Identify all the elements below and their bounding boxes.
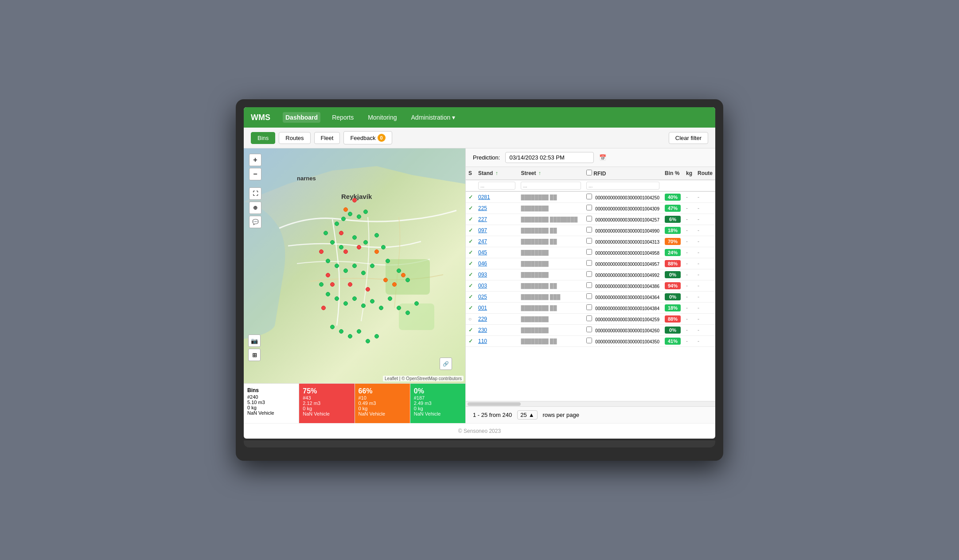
bin-dot[interactable]: [366, 339, 370, 343]
bin-dot[interactable]: [335, 222, 339, 226]
stand-link[interactable]: 229: [478, 316, 487, 322]
bin-dot[interactable]: [339, 329, 343, 334]
bin-dot[interactable]: [397, 268, 401, 273]
map-link-button[interactable]: 🔗: [440, 358, 452, 370]
rfid-checkbox[interactable]: [586, 327, 592, 332]
zoom-out-button[interactable]: −: [249, 168, 261, 180]
stand-link[interactable]: 225: [478, 205, 487, 211]
filter-stand[interactable]: [476, 180, 518, 191]
stand-link[interactable]: 046: [478, 261, 487, 267]
bin-dot[interactable]: [357, 329, 361, 334]
locate-button[interactable]: ⊕: [249, 202, 261, 214]
rfid-checkbox[interactable]: [586, 315, 592, 321]
cell-rfid[interactable]: 00000000000003000001004260: [584, 325, 662, 336]
bin-dot[interactable]: [339, 231, 343, 235]
map-container[interactable]: + − ⛶ ⊕ 💬 narnes Reykjavík: [244, 148, 465, 383]
col-stand[interactable]: Stand ↑: [476, 167, 518, 180]
cell-rfid[interactable]: 00000000000003000001004992: [584, 269, 662, 280]
rfid-checkbox[interactable]: [586, 304, 592, 310]
bin-dot[interactable]: [348, 334, 352, 338]
stand-link[interactable]: 110: [478, 338, 487, 344]
cell-rfid[interactable]: 00000000000003000001004958: [584, 247, 662, 258]
table-row[interactable]: ✓ 046 ████████ 0000000000000300000100495…: [466, 258, 715, 269]
bin-dot[interactable]: [357, 214, 361, 219]
cell-rfid[interactable]: 00000000000003000001004250: [584, 191, 662, 203]
rfid-checkbox[interactable]: [586, 238, 592, 244]
table-wrapper[interactable]: S Stand ↑ Street ↑ RFID Bin % kg Route: [466, 167, 715, 401]
bin-dot[interactable]: [352, 235, 357, 240]
filter-rfid-input[interactable]: [586, 182, 659, 190]
zoom-in-button[interactable]: +: [249, 154, 261, 166]
nav-dashboard[interactable]: Dashboard: [283, 112, 320, 123]
stand-link[interactable]: 0281: [478, 194, 490, 200]
bin-dot[interactable]: [352, 264, 357, 268]
table-row[interactable]: ○ 229 ████████ 0000000000000300000100425…: [466, 314, 715, 325]
bin-dot[interactable]: [363, 210, 368, 214]
bin-dot[interactable]: [343, 301, 348, 306]
table-row[interactable]: ✓ 110 ████████ ██ 0000000000000300000100…: [466, 336, 715, 347]
bin-dot[interactable]: [352, 296, 357, 301]
bin-dot[interactable]: [326, 273, 330, 277]
bin-dot[interactable]: [330, 240, 335, 245]
bin-dot[interactable]: [330, 282, 335, 287]
bin-dot[interactable]: [397, 306, 401, 310]
table-row[interactable]: ✓ 045 ████████ 0000000000000300000100495…: [466, 247, 715, 258]
bin-dot[interactable]: [343, 207, 348, 212]
cell-rfid[interactable]: 00000000000003000001004384: [584, 303, 662, 314]
cell-rfid[interactable]: 00000000000003000001004259: [584, 314, 662, 325]
filter-rfid[interactable]: [584, 180, 662, 191]
bin-dot[interactable]: [405, 311, 410, 315]
bin-dot[interactable]: [361, 271, 366, 275]
rfid-checkbox[interactable]: [586, 249, 592, 255]
stand-link[interactable]: 227: [478, 216, 487, 222]
bin-dot[interactable]: [401, 273, 405, 277]
cell-rfid[interactable]: 00000000000003000001004386: [584, 280, 662, 292]
bin-dot[interactable]: [374, 249, 379, 254]
bin-dot[interactable]: [363, 240, 368, 245]
col-street[interactable]: Street ↑: [518, 167, 584, 180]
table-row[interactable]: ✓ 001 ████████ ██ 0000000000000300000100…: [466, 303, 715, 314]
rfid-checkbox[interactable]: [586, 271, 592, 277]
cell-rfid[interactable]: 00000000000003000001004364: [584, 292, 662, 303]
clear-filter-button[interactable]: Clear filter: [669, 132, 708, 144]
bin-dot[interactable]: [386, 259, 390, 263]
bin-dot[interactable]: [343, 268, 348, 273]
bin-dot[interactable]: [381, 245, 386, 249]
stand-link[interactable]: 097: [478, 227, 487, 233]
cell-rfid[interactable]: 00000000000003000001004957: [584, 258, 662, 269]
nav-reports[interactable]: Reports: [329, 112, 356, 123]
prediction-input[interactable]: [505, 152, 594, 163]
bin-dot[interactable]: [357, 245, 361, 249]
cell-rfid[interactable]: 00000000000003000001004350: [584, 336, 662, 347]
rfid-checkbox[interactable]: [586, 216, 592, 222]
bin-dot[interactable]: [352, 198, 357, 202]
table-row[interactable]: ✓ 093 ████████ 0000000000000300000100499…: [466, 269, 715, 280]
bin-dot[interactable]: [330, 325, 335, 329]
fullscreen-button[interactable]: ⛶: [249, 187, 261, 200]
bin-dot[interactable]: [414, 301, 419, 306]
filter-street-input[interactable]: [521, 182, 581, 190]
rfid-checkbox[interactable]: [586, 338, 592, 343]
stand-link[interactable]: 001: [478, 305, 487, 311]
bin-dot[interactable]: [335, 296, 339, 301]
cell-rfid[interactable]: 00000000000003000001004309: [584, 203, 662, 214]
bin-dot[interactable]: [348, 212, 352, 216]
bin-dot[interactable]: [339, 245, 343, 249]
rfid-checkbox[interactable]: [586, 194, 592, 199]
table-row[interactable]: ✓ 003 ████████ ██ 0000000000000300000100…: [466, 280, 715, 292]
calendar-icon[interactable]: 📅: [599, 154, 606, 161]
stand-link[interactable]: 230: [478, 327, 487, 333]
bin-dot[interactable]: [326, 259, 330, 263]
rfid-checkbox[interactable]: [586, 205, 592, 210]
tab-fleet[interactable]: Fleet: [314, 132, 340, 144]
table-row[interactable]: ✓ 247 ████████ ██ 0000000000000300000100…: [466, 236, 715, 247]
bin-dot[interactable]: [388, 296, 392, 301]
scrollbar-thumb[interactable]: [468, 402, 521, 406]
rfid-checkbox[interactable]: [586, 227, 592, 233]
tab-bins[interactable]: Bins: [251, 132, 275, 144]
grid-button[interactable]: ⊞: [248, 349, 261, 361]
cell-rfid[interactable]: 00000000000003000001004313: [584, 236, 662, 247]
comment-button[interactable]: 💬: [249, 216, 261, 228]
bin-dot[interactable]: [326, 292, 330, 296]
rfid-checkbox[interactable]: [586, 282, 592, 288]
